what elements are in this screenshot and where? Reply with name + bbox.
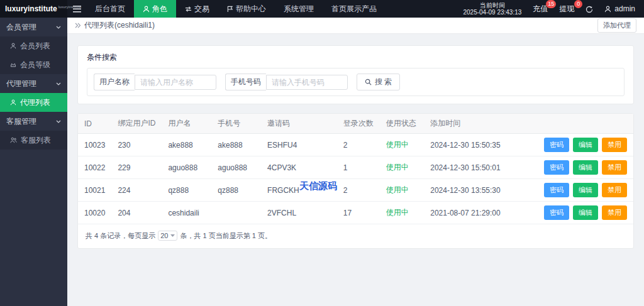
nav-item-roles[interactable]: 角色	[134, 0, 176, 18]
cell-bind-id: 229	[111, 156, 162, 179]
username-input[interactable]	[135, 75, 216, 90]
status-badge: 使用中	[380, 156, 424, 179]
cell-added-time: 2021-08-07 21:29:00	[424, 202, 507, 224]
nav-item-home-products[interactable]: 首页展示产品	[323, 0, 386, 18]
cell-logins: 2	[337, 134, 380, 156]
per-page-select[interactable]: 20	[158, 231, 177, 241]
edit-button[interactable]: 编辑	[573, 138, 598, 152]
cell-added-time: 2024-12-30 13:55:30	[424, 179, 507, 202]
username-field-label: 用户名称	[94, 74, 135, 90]
nav-item-label: 角色	[152, 4, 167, 14]
flag-icon	[227, 6, 233, 13]
col-header-logins: 登录次数	[337, 114, 380, 134]
withdraw-label: 提现	[559, 4, 574, 13]
edit-button[interactable]: 编辑	[573, 183, 598, 197]
edit-button[interactable]: 编辑	[573, 205, 598, 220]
people-icon	[10, 137, 17, 143]
sidebar-item-service-list[interactable]: 客服列表	[0, 131, 67, 150]
sidebar-group-member-mgmt[interactable]: 会员管理	[0, 18, 67, 36]
disable-button[interactable]: 禁用	[602, 160, 627, 175]
app-logo[interactable]: luxuryinstitute luxuryinstitute	[0, 0, 67, 18]
phone-field-group: 手机号码	[225, 74, 348, 90]
sidebar-group-service-mgmt[interactable]: 客服管理	[0, 112, 67, 131]
nav-item-dashboard[interactable]: 后台首页	[86, 0, 134, 18]
withdraw-link[interactable]: 提现 0	[559, 4, 574, 14]
hamburger-icon	[73, 6, 81, 13]
content-area: 条件搜索 用户名称 手机号码 搜 索 天信源码	[67, 34, 644, 260]
person-icon	[143, 6, 150, 13]
level-icon	[10, 62, 16, 68]
table-row: 10023 230 ake888 ake888 ESHFU4 2 使用中 202…	[78, 134, 633, 156]
sidebar-group-label: 会员管理	[6, 22, 36, 33]
sidebar-group-agent-mgmt[interactable]: 代理管理	[0, 74, 67, 93]
disable-button[interactable]: 禁用	[602, 183, 627, 197]
admin-username: admin	[614, 4, 635, 13]
cell-id: 10021	[78, 179, 111, 202]
table-row: 10022 229 aguo888 aguo888 4CPV3K 1 使用中 2…	[78, 156, 633, 179]
topbar: luxuryinstitute luxuryinstitute 后台首页 角色 …	[0, 0, 644, 18]
sidebar-toggle-button[interactable]	[67, 0, 86, 18]
page-title: 代理列表(ceshidaili1)	[84, 20, 155, 31]
breadcrumb-arrow-icon	[75, 23, 81, 28]
cell-username: aguo888	[162, 156, 211, 179]
topbar-right: 当前时间 2025-04-09 23:43:13 充值 15 提现 0 admi…	[463, 0, 644, 18]
cell-id: 10020	[78, 202, 111, 224]
password-button[interactable]: 密码	[544, 138, 569, 152]
col-header-username: 用户名	[162, 114, 211, 134]
nav-item-help-center[interactable]: 帮助中心	[218, 0, 275, 18]
person-icon	[10, 99, 16, 106]
chevron-down-icon	[56, 120, 61, 123]
main-content: 代理列表(ceshidaili1) 添加代理 条件搜索 用户名称 手机号码	[67, 18, 644, 306]
withdraw-badge: 0	[574, 0, 582, 8]
sidebar-item-member-level[interactable]: 会员等级	[0, 55, 67, 74]
exchange-icon	[185, 6, 192, 13]
admin-menu[interactable]: admin	[604, 4, 635, 13]
col-header-bind-id: 绑定用户ID	[111, 114, 162, 134]
cell-username: qz888	[162, 179, 211, 202]
search-button[interactable]: 搜 索	[357, 74, 400, 90]
add-agent-button[interactable]: 添加代理	[597, 18, 636, 33]
status-badge: 使用中	[380, 179, 424, 202]
disable-button[interactable]: 禁用	[602, 205, 627, 220]
agent-table-panel: 天信源码 ID 绑定用户ID 用户名 手机号 邀请码 登录次数 使用状态 添加时…	[77, 113, 634, 249]
password-button[interactable]: 密码	[544, 183, 569, 197]
table-header-row: ID 绑定用户ID 用户名 手机号 邀请码 登录次数 使用状态 添加时间	[78, 114, 633, 134]
sidebar-item-agent-list[interactable]: 代理列表	[0, 93, 67, 112]
refresh-icon	[586, 6, 593, 13]
disable-button[interactable]: 禁用	[602, 138, 627, 152]
refresh-button[interactable]	[586, 4, 593, 13]
cell-logins: 2	[337, 179, 380, 202]
breadcrumb: 代理列表(ceshidaili1)	[75, 20, 155, 31]
sidebar-item-label: 会员列表	[20, 41, 50, 52]
sidebar-group-label: 代理管理	[6, 79, 36, 89]
status-badge: 使用中	[380, 134, 424, 156]
person-icon	[604, 6, 611, 13]
col-header-added-time: 添加时间	[424, 114, 507, 134]
cell-logins: 1	[337, 156, 380, 179]
password-button[interactable]: 密码	[544, 160, 569, 175]
nav-item-trade[interactable]: 交易	[176, 0, 218, 18]
password-button[interactable]: 密码	[544, 205, 569, 220]
chevron-down-icon	[56, 82, 61, 85]
username-field-group: 用户名称	[94, 74, 216, 90]
recharge-badge: 15	[546, 0, 556, 8]
cell-phone: qz888	[211, 179, 261, 202]
cell-bind-id: 230	[111, 134, 162, 156]
nav-item-system[interactable]: 系统管理	[275, 0, 323, 18]
recharge-link[interactable]: 充值 15	[533, 4, 548, 14]
edit-button[interactable]: 编辑	[573, 160, 598, 175]
app-logo-text: luxuryinstitute	[5, 4, 57, 13]
search-panel: 条件搜索 用户名称 手机号码 搜 索	[77, 45, 634, 104]
phone-input[interactable]	[266, 75, 348, 90]
search-panel-title: 条件搜索	[87, 52, 625, 63]
current-time-value: 2025-04-09 23:43:13	[463, 9, 521, 16]
sidebar: 会员管理 会员列表 会员等级 代理管理 代理列表 客服管理 客服列表	[0, 18, 67, 306]
search-icon	[365, 79, 372, 85]
pagination: 共 4 条记录，每页显示 20 条，共 1 页当前显示第 1 页。	[78, 224, 633, 243]
sidebar-item-member-list[interactable]: 会员列表	[0, 36, 67, 55]
search-button-label: 搜 索	[375, 77, 392, 87]
caret-down-icon	[170, 234, 175, 237]
sidebar-group-label: 客服管理	[6, 116, 36, 127]
cell-id: 10023	[78, 134, 111, 156]
current-time-label: 当前时间	[463, 2, 521, 9]
